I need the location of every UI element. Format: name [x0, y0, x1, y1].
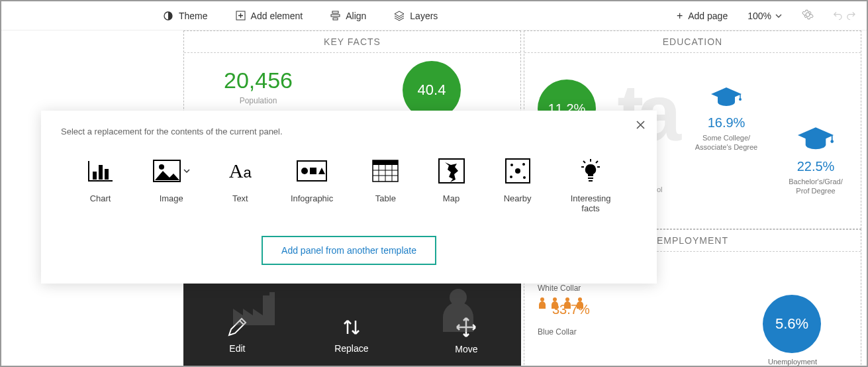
lightbulb-icon	[577, 156, 604, 185]
person-large-icon	[435, 286, 481, 332]
text-icon: Aa	[229, 156, 252, 185]
white-collar-pct: 33.7%	[552, 302, 590, 317]
graduation-cap-icon	[776, 126, 855, 155]
education-title: EDUCATION	[524, 31, 861, 53]
align-label: Align	[346, 11, 366, 21]
add-page-button[interactable]: + Add page	[677, 10, 728, 22]
svg-point-28	[515, 168, 520, 174]
image-icon	[153, 156, 190, 185]
svg-rect-33	[588, 178, 593, 179]
facts-option[interactable]: Interesting facts	[571, 156, 611, 213]
redo-icon[interactable]	[847, 11, 857, 21]
person-icon	[538, 297, 547, 309]
some-college-lbl: Some College/ Associate's Degree	[683, 133, 769, 152]
gear-icon	[802, 9, 814, 21]
chart-label: Chart	[90, 193, 111, 203]
toolbar: Theme Add element Align Layers + Add pag…	[1, 1, 867, 30]
map-label: Map	[443, 193, 459, 203]
move-label: Move	[455, 344, 477, 354]
nearby-icon	[505, 156, 530, 185]
chart-icon	[87, 156, 114, 185]
svg-point-20	[159, 164, 164, 170]
close-button[interactable]	[636, 120, 645, 132]
nearby-label: Nearby	[504, 193, 532, 203]
some-college-pct: 16.9%	[683, 115, 769, 131]
layers-label: Layers	[410, 11, 438, 21]
replace-icon	[341, 317, 362, 338]
table-option[interactable]: Table	[372, 156, 399, 213]
theme-icon	[163, 11, 173, 21]
svg-rect-34	[589, 180, 593, 182]
chart-option[interactable]: Chart	[87, 156, 114, 213]
add-panel-link[interactable]: Add panel from another template	[262, 236, 436, 265]
add-panel-link-label: Add panel from another template	[281, 245, 416, 256]
infographic-option[interactable]: Infographic	[291, 156, 333, 213]
svg-rect-25	[373, 160, 398, 165]
history-buttons	[834, 11, 857, 21]
bachelor-pct: 22.5%	[776, 159, 855, 174]
svg-point-22	[301, 168, 308, 174]
chevron-down-icon	[183, 169, 190, 173]
svg-rect-3	[331, 15, 340, 17]
replace-button[interactable]: Replace	[334, 317, 368, 354]
infographic-label: Infographic	[291, 193, 333, 203]
settings-button[interactable]	[802, 9, 814, 23]
modal-title: Select a replacement for the contents of…	[61, 127, 637, 136]
add-page-label: Add page	[688, 11, 728, 21]
zoom-dropdown[interactable]: 100%	[747, 11, 782, 21]
unemployment-value: 5.6%	[775, 315, 808, 333]
theme-button[interactable]: Theme	[163, 11, 208, 21]
some-college-stat: 16.9% Some College/ Associate's Degree	[683, 86, 769, 152]
replace-label: Replace	[334, 343, 368, 354]
svg-point-13	[565, 297, 569, 301]
white-collar-label: White Collar	[538, 284, 847, 293]
align-icon	[330, 11, 340, 21]
zoom-value: 100%	[747, 11, 771, 21]
factory-icon	[230, 289, 283, 329]
svg-point-14	[578, 297, 582, 301]
svg-rect-16	[93, 172, 97, 180]
image-label: Image	[160, 193, 183, 203]
close-icon	[636, 121, 645, 129]
layers-icon	[394, 11, 405, 21]
facts-label: Interesting facts	[571, 193, 611, 213]
layers-button[interactable]: Layers	[394, 11, 438, 21]
svg-rect-2	[332, 11, 338, 13]
text-label: Text	[232, 193, 248, 203]
panel-action-overlay: Edit Replace Move 11,256 60,382	[183, 276, 521, 367]
svg-rect-17	[99, 165, 103, 180]
map-icon	[438, 156, 465, 185]
svg-point-31	[510, 176, 512, 178]
svg-rect-18	[105, 169, 109, 180]
unemployment-label: Unemployment	[756, 358, 829, 366]
unemployment-circle: 5.6%	[763, 295, 821, 353]
population-label: Population	[224, 96, 293, 105]
graduation-cap-icon	[683, 86, 769, 111]
add-element-icon	[236, 11, 246, 21]
ol-text: ol	[657, 185, 663, 193]
nearby-option[interactable]: Nearby	[504, 156, 532, 213]
bachelor-stat: 22.5% Bachelor's/Grad/ Prof Degree	[776, 126, 855, 196]
keyfacts-title: KEY FACTS	[184, 31, 520, 53]
median-age-value: 40.4	[418, 81, 446, 99]
undo-icon[interactable]	[834, 11, 844, 21]
chevron-down-icon	[775, 14, 782, 18]
align-button[interactable]: Align	[330, 11, 366, 21]
replace-panel-modal: Select a replacement for the contents of…	[41, 111, 657, 284]
infographic-icon	[297, 156, 327, 185]
add-element-label: Add element	[251, 11, 303, 21]
svg-rect-23	[310, 168, 316, 174]
svg-point-32	[523, 176, 526, 179]
map-option[interactable]: Map	[438, 156, 465, 213]
text-option[interactable]: Aa Text	[229, 156, 252, 213]
theme-label: Theme	[179, 11, 208, 21]
image-option[interactable]: Image	[153, 156, 190, 213]
bachelor-lbl: Bachelor's/Grad/ Prof Degree	[776, 177, 855, 196]
table-icon	[372, 156, 399, 185]
population-stat: 20,456 Population	[224, 68, 293, 105]
add-element-button[interactable]: Add element	[236, 11, 303, 21]
population-value: 20,456	[224, 68, 293, 93]
svg-point-12	[553, 297, 557, 301]
svg-point-11	[540, 297, 544, 301]
plus-icon: +	[677, 10, 683, 22]
